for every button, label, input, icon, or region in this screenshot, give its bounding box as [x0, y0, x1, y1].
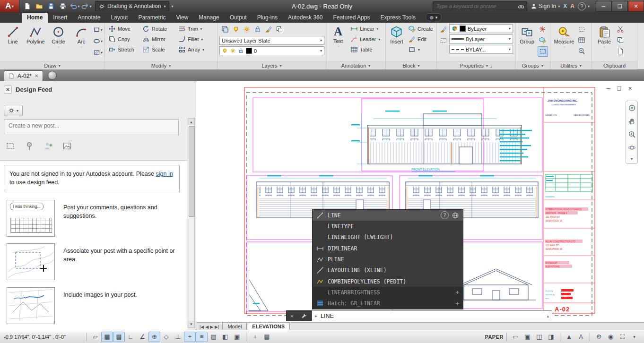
text-button[interactable]: AText▾ — [328, 24, 348, 61]
linetype-dropdown[interactable]: BYLAY... ▾ — [449, 45, 513, 54]
workspace-gear-button[interactable]: ⚙ — [593, 332, 605, 342]
layer-isolate-button[interactable] — [275, 25, 284, 34]
navigation-wheel-icon[interactable] — [628, 104, 636, 112]
dialog-launcher-icon[interactable]: ⌟ — [490, 63, 492, 68]
status-menu-icon[interactable]: ▾ — [628, 332, 640, 342]
tab-express-tools[interactable]: Express Tools — [375, 13, 420, 23]
file-tab-menu-button[interactable] — [48, 71, 57, 80]
space-toggle[interactable]: PAPER — [485, 334, 504, 340]
next-layout-icon[interactable]: ▶ — [210, 325, 213, 329]
layer-match-button[interactable] — [264, 25, 273, 34]
layer-freeze-button[interactable] — [242, 25, 252, 34]
group-selection-toggle[interactable] — [538, 46, 548, 57]
orbit-icon[interactable] — [628, 144, 636, 152]
close-tab-icon[interactable]: ✕ — [35, 73, 38, 78]
tab-home[interactable]: Home — [22, 13, 48, 23]
fillet-button[interactable]: Fillet▾ — [177, 34, 204, 44]
file-tab-a02[interactable]: A-02* ✕ — [4, 70, 43, 81]
group-edit-button[interactable] — [538, 35, 547, 45]
tag-person-button[interactable] — [43, 140, 54, 152]
drawing-restore-button[interactable]: ❏ — [616, 86, 623, 92]
help-search-box[interactable] — [433, 1, 527, 11]
annotation-visibility-button[interactable]: A — [575, 332, 587, 342]
status-object-snap[interactable]: ⊕ — [148, 332, 160, 342]
match-properties-button[interactable] — [439, 25, 448, 34]
layer-off-button[interactable] — [231, 25, 241, 34]
mirror-button[interactable]: Mirror — [141, 34, 177, 44]
dimension-linear-button[interactable]: Linear▾ — [349, 24, 382, 34]
properties-select-button[interactable] — [439, 36, 448, 45]
quick-calc-button[interactable] — [577, 35, 586, 45]
tab-elevations[interactable]: ELEVATIONS — [247, 323, 290, 330]
close-command-line-icon[interactable]: × — [290, 313, 293, 319]
suggestion-dimlinear[interactable]: DIMLINEAR — [313, 243, 463, 254]
ellipse-flyout-button[interactable]: ▾ — [93, 36, 103, 46]
copy-button[interactable]: Copy — [107, 34, 141, 44]
application-menu-button[interactable]: A▾ — [0, 0, 19, 12]
status-polar-tracking[interactable]: ∠ — [137, 332, 148, 342]
panel-properties-expander[interactable]: Properties▾⌟ — [437, 61, 515, 69]
paste-button[interactable]: Paste▾ — [594, 24, 615, 61]
recent-commands-icon[interactable]: ▴ — [547, 314, 549, 318]
palette-close-icon[interactable]: ✕ — [4, 86, 12, 94]
layout-space-button[interactable]: ▣ — [522, 332, 533, 342]
tab-output[interactable]: Output — [225, 13, 252, 23]
drawing-minimize-button[interactable]: ─ — [605, 86, 612, 92]
last-layout-icon[interactable]: ▶| — [215, 325, 219, 329]
tab-model[interactable]: Model — [222, 323, 247, 330]
status-dynamic-ucs[interactable]: ⊥ — [172, 332, 184, 342]
panel-utilities-expander[interactable]: Utilities▾ — [550, 61, 592, 69]
copy-clip-button[interactable] — [616, 35, 625, 45]
rotate-button[interactable]: Rotate — [141, 24, 177, 34]
ribbon-display-toggle[interactable]: ◍▾ — [426, 13, 442, 21]
scroll-up-icon[interactable]: ▲ — [188, 119, 194, 125]
new-post-input[interactable] — [8, 122, 175, 129]
toolbar-lock-button[interactable]: ◉ — [605, 332, 617, 342]
edit-block-button[interactable]: Edit — [407, 34, 435, 44]
first-layout-icon[interactable]: |◀ — [200, 325, 204, 329]
redo-button[interactable]: ▾ — [81, 1, 92, 11]
zoom-icon[interactable] — [628, 130, 636, 138]
status-isolate-objects[interactable]: ▤ — [261, 332, 273, 342]
group-button[interactable]: Group — [517, 24, 537, 61]
attach-image-button[interactable] — [61, 140, 73, 152]
table-button[interactable]: Table — [349, 45, 382, 54]
panel-clipboard-expander[interactable]: Clipboard — [592, 61, 637, 69]
suggestion-linearbrightness[interactable]: LINEARBRIGHTNESS+ — [313, 287, 463, 298]
prev-layout-icon[interactable]: ◀ — [205, 325, 209, 329]
chevron-down-icon[interactable]: ▾ — [631, 157, 633, 161]
hatch-flyout-button[interactable]: ▾ — [93, 48, 103, 57]
layer-dropdown[interactable]: 0 ▾ — [219, 46, 324, 55]
stretch-button[interactable]: Stretch — [107, 45, 141, 54]
scroll-down-icon[interactable]: ▼ — [188, 321, 194, 327]
id-point-button[interactable] — [577, 46, 586, 56]
suggestion-xline[interactable]: LAYOUTLINE (XLINE) — [313, 265, 463, 276]
quick-view-drawings-button[interactable]: ◨ — [545, 332, 557, 342]
clean-screen-button[interactable]: ⛶ — [617, 332, 628, 342]
drawing-close-button[interactable]: ✕ — [627, 86, 634, 92]
plot-button[interactable] — [58, 1, 68, 11]
suggestion-pedit[interactable]: COMBINEPOLYLINES (PEDIT) — [313, 276, 463, 287]
open-file-button[interactable] — [34, 1, 44, 11]
workspace-switcher[interactable]: Drafting & Annotation ▾ — [95, 1, 169, 11]
panel-layers-expander[interactable]: Layers▾ — [218, 61, 326, 69]
sign-in-button[interactable]: Sign In ▾ — [531, 3, 560, 9]
suggestion-linetype[interactable]: LINETYPE — [313, 221, 463, 232]
scrollbar-thumb[interactable] — [189, 126, 195, 217]
status-infer-constraints[interactable]: ▱ — [89, 332, 101, 342]
suggestion-hatch-gr-linear[interactable]: Hatch: GR_LINEAR+ — [313, 298, 463, 309]
undo-button[interactable]: ▾ — [70, 1, 80, 11]
sign-in-link[interactable]: sign in — [156, 171, 173, 177]
status-transparency[interactable]: ▧ — [208, 332, 219, 342]
autodesk360-button[interactable]: X — [563, 3, 567, 9]
restore-button[interactable]: ❏ — [612, 1, 628, 12]
layer-lock-button[interactable] — [253, 25, 262, 34]
new-file-button[interactable] — [22, 1, 33, 11]
tab-view[interactable]: View — [171, 13, 193, 23]
drawing-viewport[interactable]: FRONT ELEVATION — [196, 81, 644, 322]
panel-modify-expander[interactable]: Modify▾ — [105, 61, 217, 69]
pan-hand-icon[interactable] — [628, 117, 636, 125]
search-input[interactable] — [435, 3, 516, 9]
status-annotation-monitor[interactable]: ＋ — [249, 332, 261, 342]
tab-featured-apps[interactable]: Featured Apps — [328, 13, 375, 23]
